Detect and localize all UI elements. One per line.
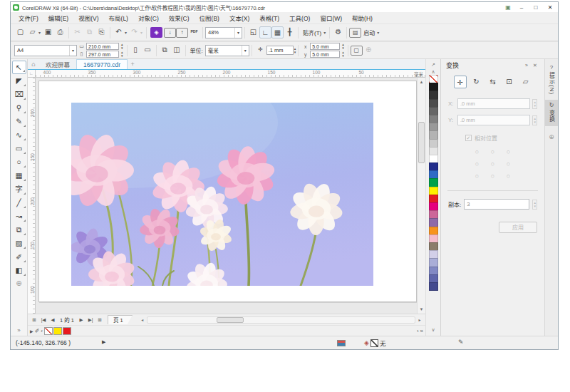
transform-mode-skew[interactable]: ▱ bbox=[519, 76, 532, 88]
export-icon[interactable]: ↑ bbox=[176, 28, 188, 38]
last-page-button[interactable]: ▶| bbox=[86, 317, 95, 323]
ruler-origin-icon[interactable]: ∟ bbox=[28, 70, 36, 78]
current-page-button[interactable]: ◫ bbox=[171, 44, 183, 56]
document-color-swatch[interactable] bbox=[44, 327, 53, 335]
show-grid-icon[interactable]: ▦ bbox=[271, 26, 284, 38]
menu-layout[interactable]: 布局(L) bbox=[104, 13, 133, 23]
docker-tab-hints[interactable]: ? 提示(N) bbox=[545, 62, 558, 98]
tab-document[interactable]: 16679770.cdr bbox=[76, 59, 128, 69]
rectangle-tool[interactable]: ▭ bbox=[12, 142, 26, 155]
new-tab-icon[interactable]: + bbox=[128, 59, 138, 69]
docker-collapse-icon[interactable]: » bbox=[522, 63, 531, 68]
coords-flyout-icon[interactable]: ▶ bbox=[102, 339, 105, 345]
open-dropdown-icon[interactable]: ▾ bbox=[37, 30, 42, 35]
menu-text[interactable]: 文本(X) bbox=[224, 13, 254, 23]
options-gear-icon[interactable]: ⚙ bbox=[332, 26, 344, 38]
undo-dropdown-icon[interactable]: ▾ bbox=[123, 30, 128, 35]
page-1-tab[interactable]: 页 1 bbox=[108, 315, 133, 324]
menu-tools[interactable]: 工具(O) bbox=[284, 13, 315, 23]
first-page-button[interactable]: |◀ bbox=[39, 317, 48, 323]
all-pages-button[interactable]: ⧉ bbox=[159, 44, 171, 56]
units-combo[interactable]: 毫米 ▾ bbox=[205, 45, 249, 56]
zoom-tool[interactable]: ⚲ bbox=[12, 101, 26, 115]
units-dropdown-icon[interactable]: ▾ bbox=[242, 46, 247, 56]
save-icon[interactable]: ▣ bbox=[42, 26, 54, 38]
transform-mode-position[interactable]: ✛ bbox=[454, 76, 467, 88]
nudge-field[interactable]: .1 mm bbox=[266, 46, 294, 55]
drawing-canvas[interactable]: ▲ ▼ bbox=[36, 78, 425, 314]
duplicate-x-field[interactable]: 5.0 mm bbox=[310, 43, 340, 50]
text-tool[interactable]: 字 bbox=[12, 182, 26, 196]
palette-eyedropper-icon[interactable]: ✐ bbox=[35, 328, 40, 334]
maximize-button[interactable]: □ bbox=[530, 4, 542, 11]
scroll-up-icon[interactable]: ▲ bbox=[418, 78, 425, 86]
close-button[interactable]: ✕ bbox=[544, 4, 556, 11]
snap-dropdown-icon[interactable]: ▾ bbox=[322, 30, 327, 35]
copies-spinner[interactable]: ▴▾ bbox=[532, 200, 537, 210]
freehand-tool[interactable]: ✎ bbox=[12, 115, 26, 128]
scroll-left-icon[interactable]: ◂ bbox=[139, 317, 146, 322]
home-icon[interactable]: ⌂ bbox=[28, 59, 39, 69]
treat-as-filled-button[interactable]: ▢ bbox=[351, 46, 363, 56]
transform-mode-rotate[interactable]: ↻ bbox=[470, 76, 483, 88]
menu-edit[interactable]: 编辑(E) bbox=[43, 13, 73, 23]
quick-customize-icon[interactable]: ⊕ bbox=[549, 133, 554, 140]
transform-mode-scale-mirror[interactable]: ⇆ bbox=[487, 76, 499, 88]
document-color-swatch[interactable] bbox=[53, 327, 62, 335]
palette-flyout-icon[interactable]: ↗ bbox=[431, 61, 435, 68]
duplicate-y-spinner[interactable]: ▴▾ bbox=[342, 51, 344, 58]
menu-table[interactable]: 表格(T) bbox=[254, 13, 284, 23]
palette-expand-icon[interactable]: » bbox=[420, 328, 423, 334]
menu-help[interactable]: 帮助(H) bbox=[347, 13, 378, 23]
flower-photo-object[interactable] bbox=[71, 103, 373, 286]
account-icon[interactable]: ▣ bbox=[503, 4, 513, 11]
docker-close-icon[interactable]: ✕ bbox=[531, 63, 539, 68]
scroll-right-icon[interactable]: ▸ bbox=[416, 317, 423, 322]
fullscreen-preview-icon[interactable]: ◱ bbox=[247, 26, 259, 38]
new-document-icon[interactable]: ▢ bbox=[14, 26, 26, 38]
page-surface[interactable] bbox=[38, 81, 417, 302]
palette-scroll-right-icon[interactable]: › bbox=[417, 328, 419, 334]
prev-page-button[interactable]: ◀ bbox=[48, 317, 57, 323]
menu-object[interactable]: 对象(C) bbox=[133, 13, 164, 23]
transform-mode-size[interactable]: ⊡ bbox=[503, 76, 516, 88]
copies-field[interactable]: 3 bbox=[464, 199, 529, 210]
zoom-level-combo[interactable]: 48% ▾ bbox=[205, 27, 242, 38]
menu-view[interactable]: 视图(V) bbox=[73, 13, 103, 23]
interactive-fill-tool[interactable]: ◧ bbox=[12, 264, 26, 277]
vertical-scroll-thumb[interactable] bbox=[418, 122, 425, 163]
horizontal-scroll-track[interactable] bbox=[147, 316, 415, 324]
menu-bitmaps[interactable]: 位图(B) bbox=[195, 13, 224, 23]
palette-flyout-icon[interactable]: ▶ bbox=[30, 329, 33, 334]
duplicate-x-spinner[interactable]: ▴▾ bbox=[342, 43, 344, 50]
horizontal-scrollbar[interactable]: ◂ ▸ bbox=[139, 316, 423, 324]
dimension-tool[interactable]: ╱ bbox=[12, 196, 26, 210]
ellipse-tool[interactable]: ○ bbox=[12, 155, 26, 169]
connector-tool[interactable]: ↝ bbox=[12, 210, 26, 223]
nudge-spinner[interactable]: ▴▾ bbox=[294, 47, 296, 54]
docker-tab-transform[interactable]: ↻ 变换 bbox=[545, 100, 558, 126]
next-page-button[interactable]: ▶ bbox=[77, 317, 86, 323]
document-color-swatch[interactable] bbox=[63, 327, 71, 335]
tab-welcome-screen[interactable]: 欢迎屏幕 bbox=[39, 59, 76, 69]
page-height-spinner[interactable]: ▴▾ bbox=[121, 51, 123, 58]
menu-window[interactable]: 窗口(W) bbox=[315, 13, 347, 23]
menu-file[interactable]: 文件(F) bbox=[14, 13, 43, 23]
horizontal-scroll-thumb[interactable] bbox=[217, 317, 244, 323]
vertical-ruler[interactable]: 300250200150100 bbox=[28, 78, 36, 314]
show-guidelines-icon[interactable]: ╂ bbox=[284, 26, 296, 38]
toolbox-overflow-icon[interactable]: » bbox=[17, 327, 20, 334]
pick-tool[interactable]: ↖ bbox=[12, 61, 26, 74]
paste-icon[interactable]: ⎘ bbox=[95, 26, 108, 38]
scroll-down-icon[interactable]: ▼ bbox=[418, 305, 425, 314]
duplicate-y-field[interactable]: 5.0 mm bbox=[310, 51, 340, 58]
menu-effects[interactable]: 效果(C) bbox=[164, 13, 195, 23]
crop-tool[interactable]: ⌧ bbox=[12, 88, 26, 101]
minimize-button[interactable]: – bbox=[516, 4, 527, 11]
color-eyedropper-tool[interactable]: ✐ bbox=[12, 250, 26, 264]
palette-scroll-down-icon[interactable]: ∨ bbox=[431, 326, 435, 334]
transparency-tool[interactable]: ▨ bbox=[12, 237, 26, 250]
zoom-dropdown-icon[interactable]: ▾ bbox=[234, 28, 239, 38]
page-size-combo[interactable]: A4 ▾ bbox=[14, 45, 77, 56]
customize-toolbox-button[interactable]: ⊕ bbox=[12, 277, 26, 290]
